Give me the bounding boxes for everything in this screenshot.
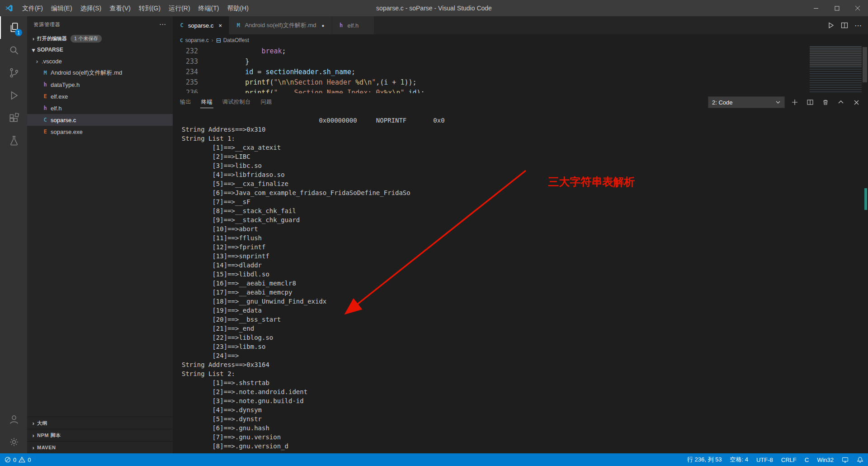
file-tree-item[interactable]: hdataType.h bbox=[27, 79, 173, 90]
code-line: 235 printf("\n\nSection Header %d\n",(i … bbox=[173, 77, 868, 88]
file-tree-item[interactable]: MAndroid so(elf)文件解析.md bbox=[27, 67, 173, 79]
sidebar-section-NPM 脚本[interactable]: ›NPM 脚本 bbox=[27, 429, 173, 441]
status-item[interactable]: 空格: 4 bbox=[730, 456, 748, 464]
line-number: 233 bbox=[173, 57, 198, 67]
menu-item[interactable]: 转到(G) bbox=[135, 0, 165, 16]
panel-tab[interactable]: 调试控制台 bbox=[222, 96, 252, 108]
code-text: printf("\n\nSection Header %d\n",(i + 1)… bbox=[212, 77, 417, 88]
close-panel-icon[interactable] bbox=[851, 97, 862, 108]
minimize-button[interactable] bbox=[806, 0, 826, 16]
sidebar-more-actions[interactable]: ⋯ bbox=[159, 20, 166, 29]
tab-bar: Csoparse.c×MAndroid so(elf)文件解析.md●helf.… bbox=[173, 16, 868, 34]
terminal-area[interactable]: 0x00000000 NOPRINTF 0x0 String Address==… bbox=[173, 111, 868, 453]
status-bar: 0 0 行 236, 列 53空格: 4UTF-8CRLFCWin32 bbox=[0, 453, 868, 466]
explorer-icon[interactable]: 1 bbox=[0, 16, 27, 39]
terminal-output: 0x00000000 NOPRINTF 0x0 String Address==… bbox=[173, 111, 868, 451]
menu-item[interactable]: 运行(R) bbox=[165, 0, 194, 16]
chevron-right-icon: › bbox=[30, 420, 37, 427]
breadcrumb-item[interactable]: DataOffest bbox=[216, 37, 249, 43]
panel-tab[interactable]: 问题 bbox=[260, 96, 273, 108]
tab-label: elf.h bbox=[348, 22, 359, 29]
problems-status[interactable]: 0 0 bbox=[5, 456, 31, 463]
c-file-icon: C bbox=[177, 22, 186, 29]
sidebar-section-MAVEN[interactable]: ›MAVEN bbox=[27, 441, 173, 453]
h-file-icon: h bbox=[41, 105, 50, 111]
minimap-slider[interactable] bbox=[810, 46, 862, 67]
panel: 输出终端调试控制台问题 2: Code bbox=[173, 93, 868, 453]
sidebar-section-label: NPM 脚本 bbox=[37, 432, 61, 439]
open-editors-section[interactable]: › 打开的编辑器 1 个未保存 bbox=[27, 33, 173, 44]
breadcrumb-item[interactable]: Csoparse.c bbox=[180, 37, 209, 43]
source-control-icon[interactable] bbox=[0, 62, 27, 84]
file-name: .vscode bbox=[42, 58, 62, 65]
panel-tab[interactable]: 终端 bbox=[200, 96, 213, 108]
run-button[interactable] bbox=[827, 22, 835, 29]
more-actions-icon[interactable]: ⋯ bbox=[854, 21, 862, 30]
breadcrumb: Csoparse.c›DataOffest bbox=[173, 34, 868, 46]
window-controls bbox=[806, 0, 868, 16]
sidebar-section-label: 大纲 bbox=[37, 420, 47, 427]
file-tree: ›.vscodeMAndroid so(elf)文件解析.mdhdataType… bbox=[27, 55, 173, 138]
menu-item[interactable]: 编辑(E) bbox=[47, 0, 76, 16]
file-tree-item[interactable]: ›.vscode bbox=[27, 55, 173, 67]
chevron-right-icon: › bbox=[30, 35, 37, 42]
notifications-bell-icon[interactable] bbox=[857, 456, 863, 463]
file-tree-item[interactable]: helf.h bbox=[27, 102, 173, 114]
project-root-label: SOPARSE bbox=[37, 47, 63, 53]
sidebar-section-label: MAVEN bbox=[37, 445, 56, 450]
status-item[interactable]: UTF-8 bbox=[756, 456, 773, 464]
breadcrumb-label: soparse.c bbox=[185, 37, 209, 43]
project-root[interactable]: ▾ SOPARSE bbox=[27, 44, 173, 55]
run-debug-icon[interactable] bbox=[0, 84, 27, 107]
code-text: break; bbox=[212, 46, 286, 57]
explorer-badge: 1 bbox=[15, 29, 22, 36]
search-icon[interactable] bbox=[0, 39, 27, 62]
status-item[interactable]: C bbox=[805, 456, 809, 464]
feedback-icon[interactable] bbox=[842, 456, 849, 463]
file-tree-item[interactable]: Esoparse.exe bbox=[27, 126, 173, 138]
close-tab-icon[interactable]: × bbox=[216, 22, 224, 29]
editor-tab[interactable]: helf.h bbox=[332, 16, 375, 34]
menu-item[interactable]: 查看(V) bbox=[105, 0, 135, 16]
editor-scrollbar[interactable] bbox=[862, 46, 868, 93]
close-button[interactable] bbox=[847, 0, 868, 16]
tab-label: Android so(elf)文件解析.md bbox=[245, 21, 316, 29]
panel-controls: 2: Code bbox=[708, 96, 862, 108]
menu-item[interactable]: 文件(F) bbox=[18, 0, 47, 16]
line-number: 235 bbox=[173, 77, 198, 88]
code-text: } bbox=[212, 57, 249, 67]
split-terminal-icon[interactable] bbox=[805, 97, 816, 108]
account-icon[interactable] bbox=[0, 408, 27, 431]
split-editor-icon[interactable] bbox=[841, 22, 848, 29]
terminal-select[interactable]: 2: Code bbox=[708, 96, 785, 108]
extensions-icon[interactable] bbox=[0, 107, 27, 129]
settings-gear-icon[interactable] bbox=[0, 431, 27, 453]
maximize-panel-icon[interactable] bbox=[835, 97, 846, 108]
unsaved-badge: 1 个未保存 bbox=[71, 35, 102, 43]
kill-terminal-icon[interactable] bbox=[820, 97, 831, 108]
titlebar: 文件(F)编辑(E)选择(S)查看(V)转到(G)运行(R)终端(T)帮助(H)… bbox=[0, 0, 868, 16]
h-file-icon: h bbox=[41, 81, 50, 88]
editor-tab[interactable]: Csoparse.c× bbox=[173, 16, 229, 34]
errors-icon bbox=[5, 456, 11, 463]
md-file-icon: M bbox=[234, 22, 243, 29]
editor-group: Csoparse.c×MAndroid so(elf)文件解析.md●helf.… bbox=[173, 16, 868, 453]
panel-tab[interactable]: 输出 bbox=[179, 96, 192, 108]
code-line: 236 printf(" Section Name Index: 0x%x\n"… bbox=[173, 88, 868, 93]
file-tree-item[interactable]: Eelf.exe bbox=[27, 90, 173, 102]
status-item[interactable]: Win32 bbox=[817, 456, 834, 464]
editor-tab[interactable]: MAndroid so(elf)文件解析.md● bbox=[229, 16, 332, 34]
menu-item[interactable]: 帮助(H) bbox=[223, 0, 252, 16]
new-terminal-icon[interactable] bbox=[789, 97, 800, 108]
status-item[interactable]: 行 236, 列 53 bbox=[687, 456, 722, 464]
file-name: soparse.exe bbox=[51, 128, 83, 135]
sidebar-section-大纲[interactable]: ›大纲 bbox=[27, 417, 173, 429]
testing-icon[interactable] bbox=[0, 129, 27, 152]
status-item[interactable]: CRLF bbox=[781, 456, 797, 464]
maximize-button[interactable] bbox=[826, 0, 847, 16]
code-editor[interactable]: 232 break;233 }234 id = sectionHeader.sh… bbox=[173, 46, 868, 93]
menu-item[interactable]: 终端(T) bbox=[194, 0, 223, 16]
menu-item[interactable]: 选择(S) bbox=[76, 0, 106, 16]
panel-scrollbar[interactable] bbox=[864, 188, 867, 210]
file-tree-item[interactable]: Csoparse.c bbox=[27, 114, 173, 126]
